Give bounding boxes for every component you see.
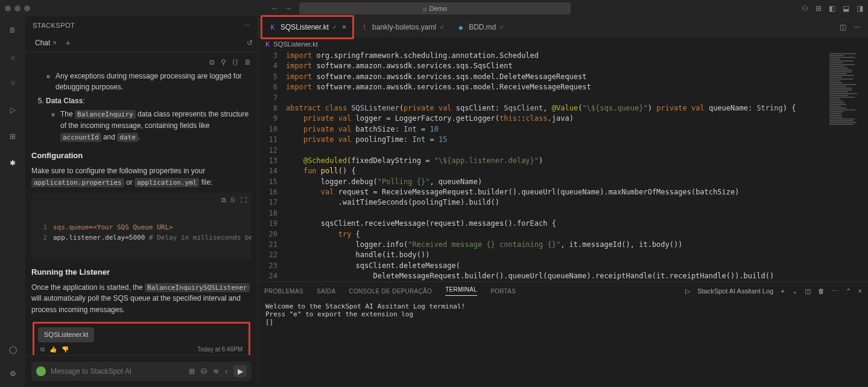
chat-code-icon[interactable]: ⟨⟩ (232, 57, 238, 68)
panel-tab-problems[interactable]: PROBLEMAS (264, 288, 303, 295)
sidebar-more-icon[interactable]: ⋯ (244, 22, 251, 30)
code-content[interactable]: import org.springframework.scheduling.an… (286, 51, 868, 281)
tab-label: SQSListener.kt (280, 23, 329, 31)
minimize-window-icon[interactable] (14, 5, 21, 11)
terminal-line: Welcome to the StackSpot AI Assitant Log… (265, 302, 465, 310)
close-chat-icon[interactable]: × (52, 39, 57, 47)
layout-customize-icon[interactable]: ⊞ (816, 4, 822, 13)
history-icon[interactable]: ↺ (247, 39, 253, 47)
minimap[interactable] (826, 51, 868, 281)
run-debug-icon[interactable]: ▷ (7, 104, 19, 116)
explorer-icon[interactable]: 🗎 (7, 24, 19, 36)
chevron-right-icon[interactable]: › (225, 367, 227, 376)
terminal-profile-icon: ▷ (685, 287, 690, 295)
panel-tab-ports[interactable]: PORTAS (490, 288, 516, 295)
source-control-icon[interactable]: ⑂ (7, 77, 19, 89)
split-terminal-icon[interactable]: ◫ (805, 287, 811, 295)
editor-more-icon[interactable]: ⋯ (854, 23, 861, 31)
terminal-body[interactable]: Welcome to the StackSpot AI Assitant Log… (258, 300, 868, 387)
data-class-label: Data Class (46, 97, 83, 105)
terminal-line: [] (265, 318, 273, 326)
maximize-panel-icon[interactable]: ⌃ (846, 287, 851, 295)
attach-icon[interactable]: ⊞ (189, 367, 195, 376)
account-icon[interactable]: ◯ (7, 344, 19, 356)
timestamp: Today at 6:46PM (197, 345, 242, 354)
toggle-sidebar-icon[interactable]: ◧ (829, 4, 835, 13)
panel-tab-debug[interactable]: CONSOLE DE DEPURAÇÃO (349, 288, 432, 295)
search-icon[interactable]: ⌕ (7, 51, 19, 63)
kotlin-file-icon: K (268, 23, 277, 31)
copilot-icon[interactable]: ⚇ (802, 4, 808, 13)
code-balanceinquiry: BalanceInquiry (75, 110, 136, 119)
new-chat-icon[interactable]: + (65, 38, 70, 48)
settings-gear-icon[interactable]: ⚙ (7, 368, 19, 380)
editor-tabs: K SQSListener.kt ✓ × ! bankly-boletos.ya… (258, 17, 868, 37)
panel-more-icon[interactable]: ⋯ (832, 287, 838, 295)
chat-copy-icon[interactable]: ⧉ (209, 57, 215, 68)
tab-sqslistener[interactable]: K SQSListener.kt ✓ × (262, 17, 352, 37)
copy-response-icon[interactable]: ⧉ (40, 345, 45, 354)
chat-input[interactable]: ⊞ ⛁ ≋ › ▶ (31, 362, 252, 381)
text: and (101, 133, 118, 141)
panel-tab-output[interactable]: SAÍDA (317, 288, 336, 295)
panel-tab-terminal[interactable]: TERMINAL (445, 286, 477, 296)
close-panel-icon[interactable]: × (858, 287, 862, 295)
toggle-secondary-icon[interactable]: ◨ (857, 4, 863, 13)
tab-label: bankly-boletos.yaml (372, 23, 436, 31)
split-editor-icon[interactable]: ◫ (840, 23, 846, 31)
chat-doc-icon[interactable]: 🗎 (244, 57, 252, 68)
nav-back-icon[interactable]: ← (271, 4, 279, 13)
thumbs-down-icon[interactable]: 👎 (62, 345, 69, 354)
toggle-panel-icon[interactable]: ⬓ (843, 4, 849, 13)
code-editor[interactable]: 3456789101112131415161718192021222324252… (258, 51, 868, 281)
file-chip[interactable]: SQSListener.kt (38, 327, 94, 342)
close-tab-icon[interactable]: × (342, 23, 346, 31)
code-line: app.listener.delay=5000 (53, 234, 149, 241)
terminal-line: Press "e" to export the extension log (265, 310, 413, 318)
kill-terminal-icon[interactable]: 🗑 (818, 287, 825, 295)
search-icon: ⌕ (423, 5, 427, 12)
chat-link-icon[interactable]: ⚲ (221, 57, 226, 68)
layers-icon[interactable]: ≋ (213, 367, 219, 376)
code-app-props: application.properties (31, 178, 124, 187)
activity-bar: 🗎 ⌕ ⑂ ▷ ⊞ ✱ ◯ ⚙ (0, 17, 25, 387)
tab-bdd-md[interactable]: ◆ BDD.md ✓ (451, 17, 510, 37)
expand-code-icon[interactable]: ⛶ (240, 195, 247, 205)
insert-code-icon[interactable]: ⎘ (231, 195, 235, 205)
maximize-window-icon[interactable] (24, 5, 30, 11)
bottom-panel: PROBLEMAS SAÍDA CONSOLE DE DEPURAÇÃO TER… (258, 281, 868, 387)
text: The (60, 110, 75, 118)
text: file: (199, 178, 212, 187)
code-listener-class: BalanceInquirySQSListener (145, 283, 250, 292)
chat-tab-label: Chat (35, 39, 50, 47)
breadcrumb[interactable]: K SQSListener.kt (258, 37, 868, 51)
chat-tab[interactable]: Chat × (30, 36, 62, 50)
new-terminal-icon[interactable]: + (781, 287, 784, 295)
heading-configuration: Configuration (31, 150, 252, 162)
saved-check-icon: ✓ (499, 24, 504, 30)
text: Once the application is started, the (31, 283, 145, 292)
send-button[interactable]: ▶ (233, 365, 247, 377)
bullet-exceptions: Any exceptions during message processing… (55, 71, 252, 93)
saved-check-icon: ✓ (440, 24, 445, 30)
copy-code-icon[interactable]: ⧉ (221, 195, 226, 205)
extensions-icon[interactable]: ⊞ (7, 130, 19, 142)
code-app-yml: application.yml (135, 178, 199, 187)
terminal-dropdown-icon[interactable]: ⌄ (792, 287, 797, 295)
command-center[interactable]: ⌕ Demo (299, 2, 571, 14)
thumbs-up-icon[interactable]: 👍 (49, 345, 57, 354)
tab-bankly-boletos[interactable]: ! bankly-boletos.yaml ✓ (354, 17, 451, 37)
stackspot-icon[interactable]: ✱ (7, 157, 19, 169)
text: or (124, 178, 135, 187)
chat-input-area: ⊞ ⛁ ≋ › ▶ (25, 355, 258, 387)
code-date: date (117, 133, 138, 142)
chat-input-field[interactable] (51, 367, 184, 376)
breadcrumb-file: SQSListener.kt (273, 40, 317, 48)
terminal-profile-label[interactable]: StackSpot AI Assitant Log (697, 287, 773, 295)
avatar-icon (36, 366, 46, 376)
nav-forward-icon[interactable]: → (285, 4, 292, 13)
database-icon[interactable]: ⛁ (201, 367, 207, 376)
saved-check-icon: ✓ (332, 24, 337, 30)
close-window-icon[interactable] (5, 5, 11, 11)
code-line: sqs.queue=<Your SQS Queue URL> (53, 223, 173, 231)
